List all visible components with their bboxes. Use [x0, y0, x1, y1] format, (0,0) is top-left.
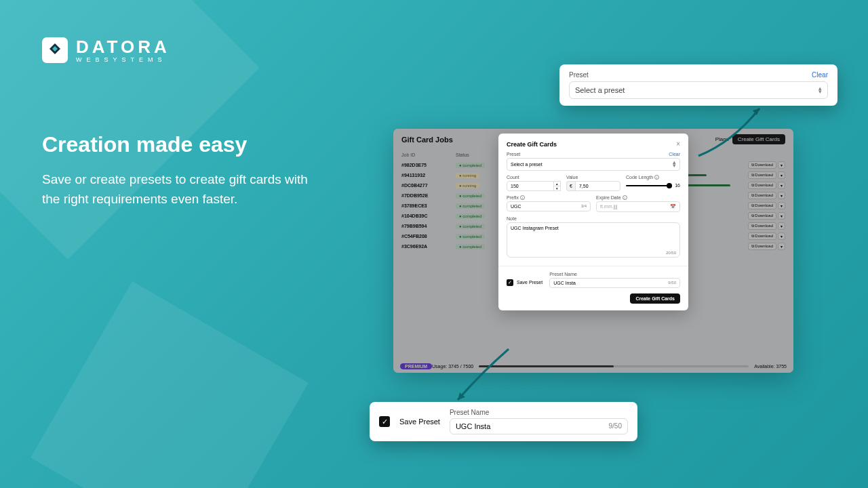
app-window: Gift Card Jobs Plans Create Gift Cards J… — [393, 129, 793, 373]
count-input[interactable]: 150 — [507, 181, 554, 191]
calendar-icon: 📅 — [670, 204, 676, 209]
callout-save-label: Save Preset — [399, 418, 440, 426]
save-preset-callout: ✓ Save Preset Preset Name UGC Insta9/50 — [370, 402, 637, 441]
create-gift-cards-modal: Create Gift Cards × Preset Clear Select … — [498, 134, 688, 310]
count-label: Count — [507, 175, 519, 180]
count-stepper[interactable]: ▴▾ — [554, 181, 561, 191]
note-label: Note — [507, 216, 517, 221]
info-icon: i — [623, 195, 627, 200]
chevron-updown-icon: ▴▾ — [673, 161, 676, 168]
preset-clear-link[interactable]: Clear — [669, 152, 680, 157]
info-icon: i — [520, 195, 525, 200]
close-icon[interactable]: × — [676, 140, 680, 148]
brand-logo: DATORA WEBSYSTEMS — [42, 37, 170, 63]
brand-subtitle: WEBSYSTEMS — [76, 57, 170, 63]
save-preset-checkbox[interactable]: ✓ — [507, 279, 513, 286]
note-textarea[interactable]: UGC Instagram Preset 20/50 — [507, 222, 680, 258]
hero-title: Creation made easy — [42, 132, 327, 157]
callout-save-checkbox[interactable]: ✓ — [379, 416, 390, 427]
callout-preset-select[interactable]: Select a preset ▴▾ — [569, 81, 828, 99]
callout-preset-name-label: Preset Name — [450, 409, 628, 416]
callout-clear-link[interactable]: Clear — [812, 71, 828, 79]
callout-preset-name-input[interactable]: UGC Insta9/50 — [450, 418, 628, 434]
logo-mark-icon — [42, 37, 68, 63]
brand-name: DATORA — [76, 38, 170, 56]
preset-select-callout: Preset Clear Select a preset ▴▾ — [559, 64, 837, 106]
value-label: Value — [566, 175, 578, 180]
hero-copy: Creation made easy Save or create preset… — [42, 132, 327, 209]
code-length-label: Code Lengthi — [626, 175, 659, 180]
preset-select[interactable]: Select a preset ▴▾ — [507, 158, 680, 171]
hero-body: Save or create presets to create gift ca… — [42, 169, 327, 209]
currency-prefix: € — [566, 181, 575, 191]
value-input[interactable]: 7,50 — [575, 181, 620, 191]
info-icon: i — [654, 175, 659, 180]
prefix-input[interactable]: UGC3/4 — [507, 201, 591, 211]
expire-label: Expire Datei — [596, 195, 627, 200]
preset-name-label: Preset Name — [549, 272, 577, 277]
expire-date-input[interactable]: tt.mm.jjjj 📅 — [596, 201, 680, 212]
callout-preset-label: Preset — [569, 71, 589, 79]
prefix-label: Prefixi — [507, 195, 525, 200]
preset-name-input[interactable]: UGC Insta9/50 — [549, 278, 680, 288]
preset-label: Preset — [507, 152, 520, 157]
arrow-icon — [692, 102, 773, 163]
chevron-updown-icon: ▴▾ — [818, 87, 822, 94]
submit-create-button[interactable]: Create Gift Cards — [630, 293, 680, 304]
modal-title: Create Gift Cards — [507, 141, 557, 148]
code-length-slider[interactable]: 16 — [626, 181, 680, 190]
save-preset-label: Save Preset — [517, 280, 542, 285]
arrow-icon — [448, 346, 522, 407]
